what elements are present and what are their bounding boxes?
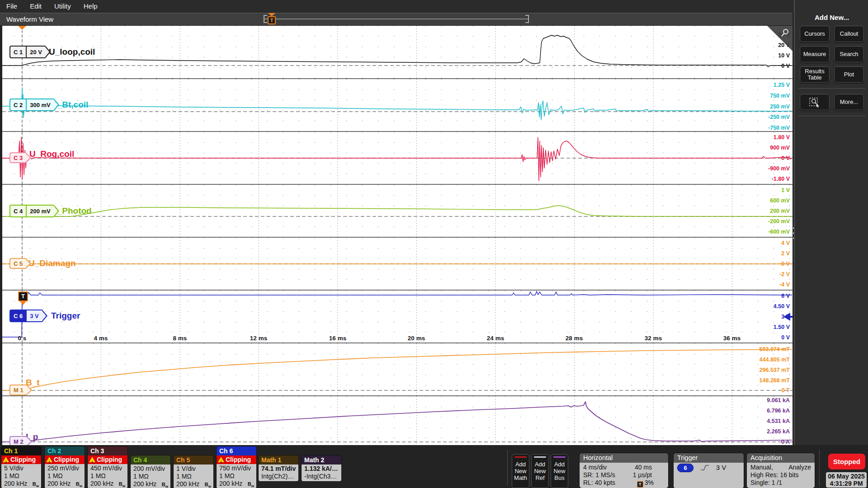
- panel-button-results-table[interactable]: Results Table: [800, 66, 830, 83]
- axis-label-c3: 1.80 V: [774, 134, 790, 141]
- badge-row: 1 MΩ: [131, 473, 170, 480]
- menu-file[interactable]: File: [0, 0, 24, 12]
- bandwidth-limit-label: Bw: [162, 481, 168, 488]
- acquisition-value: High Res: 16 bits: [750, 471, 799, 479]
- axis-label-c3: -900 mV: [768, 165, 790, 172]
- channel-badge-c3[interactable]: C 3: [9, 152, 31, 163]
- axis-label-m1: 296.537 mT: [760, 367, 790, 373]
- acquisition-row: High Res: 16 bits: [750, 471, 811, 479]
- lane-c4[interactable]: 1 V600 mV200 mV-200 mV-600 mVU_PhotodC 4…: [2, 185, 793, 237]
- panel-button-callout[interactable]: Callout: [834, 26, 864, 42]
- zoom-corner-control[interactable]: [767, 26, 793, 51]
- panel-divider: [798, 88, 865, 89]
- badge-tip: [27, 436, 32, 445]
- channel-status-badge-ch4[interactable]: Ch 4200 mV/div1 MΩ200 kHzBw: [131, 455, 170, 488]
- axis-label-m2: 9.061 kA: [767, 397, 790, 404]
- bandwidth-limit-label: Bw: [119, 480, 125, 488]
- add-button-add-new-ref[interactable]: AddNewRef: [531, 454, 549, 488]
- channel-status-badge-ch3[interactable]: Ch 3!Clipping450 mV/div1 MΩ200 kHzBw: [88, 446, 127, 488]
- color-bar: [553, 456, 566, 458]
- time-label: 12 ms: [250, 335, 267, 342]
- trigger-source-badge: 6: [677, 464, 693, 472]
- axis-label-c6: 4.50 V: [774, 303, 790, 310]
- menu-bar: FileEditUtilityHelp Tektronix: [0, 0, 868, 13]
- horizontal-value: 1 µs/pt: [633, 471, 652, 479]
- channel-status-badge-ch6[interactable]: Ch 6!Clipping750 mV/div1 MΩ200 kHzBw: [217, 446, 256, 488]
- axis-label-c1: 10 V: [778, 52, 790, 59]
- channel-badge-m1[interactable]: M 1: [9, 385, 32, 395]
- panel-button-cursors[interactable]: Cursors: [800, 26, 830, 42]
- lane-m2[interactable]: 9.061 kA6.796 kA4.531 kA2.265 kA0 AI_pM …: [2, 396, 793, 445]
- add-button-add-new-bus[interactable]: AddNewBus: [551, 454, 568, 488]
- channel-status-badge-ch2[interactable]: Ch 2!Clipping250 mV/div1 MΩ200 kHzBw: [45, 446, 85, 488]
- lane-c2[interactable]: 1.25 V750 mV250 mV-250 mV-750 mVU_Bt,coi…: [2, 79, 793, 131]
- acquisition-panel[interactable]: Acquisition Manual,AnalyzeHigh Res: 16 b…: [747, 453, 815, 488]
- record-view-line: [264, 19, 528, 19]
- channel-status-badge-ch5[interactable]: Ch 51 V/div1 MΩ200 kHzBw: [174, 455, 213, 488]
- badge-segment: C 2: [9, 99, 26, 111]
- badge-row: 450 mV/div: [88, 465, 127, 472]
- badge-row: 1 MΩ: [45, 472, 85, 480]
- channel-badge-c1[interactable]: C 120 V: [9, 46, 51, 58]
- badge-row: 1 MΩ: [217, 472, 256, 480]
- badge-row: 74.1 mT/div: [259, 465, 298, 473]
- badge-row: 200 kHzBw: [217, 480, 256, 488]
- channel-label-c3: U_Rog,coil: [29, 149, 74, 159]
- math-badge-math1[interactable]: Math 174.1 mT/divIntg(Ch2)…: [259, 455, 298, 481]
- record-view-right-bracket[interactable]: [525, 15, 529, 23]
- time-label: 0 s: [18, 335, 27, 342]
- add-button-add-new-math[interactable]: AddNewMath: [512, 454, 529, 488]
- run-stop-status-button[interactable]: Stopped: [828, 454, 865, 469]
- badge-header: Ch 1: [1, 446, 41, 455]
- horizontal-value: 4 ms/div: [583, 464, 607, 471]
- axis-label-c4: 1 V: [781, 187, 790, 193]
- panel-button-measure[interactable]: Measure: [800, 46, 830, 62]
- channel-label-c5: U_Diamagn: [28, 258, 76, 268]
- lane-m1[interactable]: 593.074 mT444.805 mT296.537 mT148.268 mT…: [2, 343, 793, 395]
- panel-button-plot[interactable]: Plot: [834, 66, 864, 83]
- trigger-level: 3 V: [716, 464, 726, 471]
- badge-segment: 200 mV: [26, 205, 54, 217]
- panel-button-search[interactable]: Search: [834, 46, 864, 62]
- zoom-select-button[interactable]: [800, 94, 830, 110]
- badge-segment: C 6: [9, 310, 26, 322]
- badge-tip: [54, 99, 59, 111]
- badge-row: -Intg(Ch3…: [302, 473, 341, 480]
- badge-body: 250 mV/div1 MΩ200 kHzBw: [45, 464, 85, 488]
- channel-status-badge-ch1[interactable]: Ch 1!Clipping5 V/div1 MΩ200 kHzBw: [1, 446, 41, 488]
- axis-label-c2: -250 mV: [768, 114, 790, 120]
- menu-help[interactable]: Help: [77, 0, 104, 12]
- lane-c1[interactable]: 30 V20 V10 V0 VU_loop,coilC 120 V: [2, 26, 793, 78]
- channel-badge-c2[interactable]: C 2300 mV: [9, 99, 59, 111]
- axis-label-m1: 593.074 mT: [760, 346, 790, 352]
- waveform-plot-area[interactable]: 30 V20 V10 V0 VU_loop,coilC 120 V1.25 V7…: [2, 26, 793, 445]
- trigger-panel[interactable]: Trigger 6 3 V: [674, 453, 744, 488]
- badge-body: 1 V/div1 MΩ200 kHzBw: [174, 465, 213, 488]
- record-view-left-bracket[interactable]: [264, 15, 267, 23]
- horizontal-row: RL: 40 kptsT3%: [583, 479, 665, 487]
- menu-edit[interactable]: Edit: [24, 0, 48, 12]
- axis-label-c1: 0 V: [781, 63, 790, 69]
- bandwidth-limit-label: Bw: [33, 480, 39, 488]
- axis-label-c2: -750 mV: [768, 125, 790, 131]
- trigger-position-marker[interactable]: [18, 26, 26, 30]
- menu-utility[interactable]: Utility: [48, 0, 77, 12]
- warning-icon: !: [3, 457, 9, 462]
- lane-c3[interactable]: 1.80 V900 mV0 V-900 mV-1.80 VU_Rog,coilC…: [2, 132, 793, 184]
- trigger-position-handle[interactable]: T: [268, 16, 276, 24]
- channel-badge-c6[interactable]: C 63 V: [9, 310, 47, 322]
- horizontal-panel[interactable]: Horizontal 4 ms/div40 msSR: 1 MS/s1 µs/p…: [580, 453, 668, 488]
- lane-c6[interactable]: 6 V4.50 V3 V1.50 V0 VTriggerC 63 VT: [2, 291, 793, 343]
- lane-c5[interactable]: 4 V2 V0 V-2 V-4 VU_DiamagnC 5: [2, 238, 793, 290]
- trigger-source-marker[interactable]: T: [18, 291, 28, 301]
- channel-badge-c5[interactable]: C 5: [9, 258, 31, 269]
- math-badge-math2[interactable]: Math 21.132 kA/…-Intg(Ch3…: [302, 455, 341, 481]
- badge-body: 74.1 mT/divIntg(Ch2)…: [259, 465, 298, 481]
- more-button[interactable]: More...: [834, 94, 864, 110]
- waveform-m2: [2, 396, 793, 445]
- clipping-label: Clipping: [10, 455, 36, 464]
- axis-label-c5: 0 V: [781, 261, 790, 267]
- axis-label-c4: -600 mV: [768, 229, 790, 235]
- channel-badge-m2[interactable]: M 2: [9, 436, 32, 445]
- channel-badge-c4[interactable]: C 4200 mV: [9, 205, 59, 217]
